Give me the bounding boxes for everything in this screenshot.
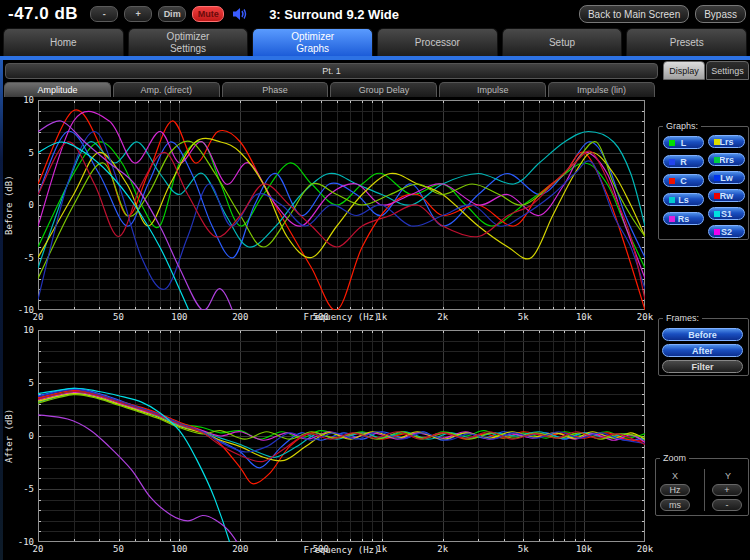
mute-button[interactable]: Mute (192, 6, 224, 22)
graph-tab-impulse-lin-[interactable]: Impulse (lin) (548, 82, 655, 97)
graph-type-tabs: AmplitudeAmp. (direct)PhaseGroup DelayIm… (4, 82, 655, 97)
zoom-ms-button[interactable]: ms (660, 499, 690, 511)
channel-label: S2 (721, 227, 732, 237)
nav-tab-setup[interactable]: Setup (502, 28, 623, 56)
y-tick-label: 5 (8, 378, 34, 388)
channel-label: Lw (720, 173, 733, 183)
graph-tab-phase[interactable]: Phase (222, 82, 329, 97)
y-tick-label: -10 (8, 305, 34, 315)
before-graph-canvas[interactable] (38, 100, 645, 310)
x-tick-label: 1k (362, 544, 402, 554)
channel-button-lrs[interactable]: Lrs (708, 135, 745, 148)
y-tick-label: -5 (8, 484, 34, 494)
x-tick-label: 10k (564, 544, 604, 554)
volume-plus-button[interactable]: + (124, 6, 152, 22)
channel-swatch-ls (669, 197, 675, 203)
channel-swatch-lw (714, 175, 720, 181)
channel-button-rw[interactable]: Rw (708, 189, 745, 202)
x-tick-label: 2k (423, 544, 463, 554)
zoom-y-label: Y (725, 471, 731, 481)
tab-settings[interactable]: Settings (706, 61, 749, 80)
volume-display: -47.0 dB (8, 4, 78, 24)
x-tick-label: 500 (301, 312, 341, 322)
frame-button-after[interactable]: After (662, 344, 743, 357)
x-tick-label: 20k (625, 544, 665, 554)
y-tick-label: -5 (8, 253, 34, 263)
zoom-panel-label: Zoom (660, 453, 689, 463)
channel-label: S1 (721, 209, 732, 219)
back-to-main-screen-button[interactable]: Back to Main Screen (579, 5, 689, 23)
measurement-point-bar[interactable]: Pt. 1 (5, 63, 658, 79)
frame-button-filter[interactable]: Filter (662, 360, 743, 373)
active-tab-underline (0, 56, 750, 60)
volume-minus-button[interactable]: - (90, 6, 118, 22)
y-tick-label: 10 (8, 325, 34, 335)
speaker-icon[interactable] (232, 7, 249, 21)
after-graph-canvas[interactable] (38, 330, 645, 542)
channel-swatch-rs (669, 216, 675, 222)
channel-label: Lrs (719, 137, 733, 147)
frame-button-before[interactable]: Before (662, 328, 743, 341)
channel-swatch-s2 (714, 229, 720, 235)
x-tick-label: 50 (99, 544, 139, 554)
channel-label: R (680, 157, 687, 167)
x-tick-label: 1k (362, 312, 402, 322)
x-tick-label: 100 (159, 312, 199, 322)
channel-swatch-rrs (714, 157, 720, 163)
x-tick-label: 5k (503, 544, 543, 554)
channel-button-lw[interactable]: Lw (708, 171, 745, 184)
channel-swatch-r (669, 159, 675, 165)
zoom-panel: Zoom X Y Hz ms + - (655, 458, 749, 516)
zoom-hz-button[interactable]: Hz (660, 484, 690, 496)
nav-tab-home[interactable]: Home (3, 28, 124, 56)
y-tick-label: 5 (8, 148, 34, 158)
channel-label: Rs (678, 214, 690, 224)
y-tick-label: 10 (8, 95, 34, 105)
channel-button-s1[interactable]: S1 (708, 207, 745, 220)
graphs-panel-label: Graphs: (663, 121, 701, 131)
top-bar: -47.0 dB - + Dim Mute 3: Surround 9.2 Wi… (0, 0, 750, 28)
tab-display[interactable]: Display (663, 61, 705, 80)
nav-tab-optimizer-graphs[interactable]: Optimizer Graphs (252, 28, 373, 56)
bypass-button[interactable]: Bypass (695, 5, 746, 23)
channel-label: L (681, 138, 687, 148)
x-tick-label: 100 (159, 544, 199, 554)
x-tick-label: 200 (220, 544, 260, 554)
dim-button[interactable]: Dim (158, 6, 186, 22)
x-tick-label: 10k (564, 312, 604, 322)
graph-tab-amp-direct-[interactable]: Amp. (direct) (113, 82, 220, 97)
channel-button-l[interactable]: L (663, 136, 704, 149)
channel-button-rrs[interactable]: Rrs (708, 153, 745, 166)
nav-tab-presets[interactable]: Presets (626, 28, 747, 56)
graph-tab-impulse[interactable]: Impulse (439, 82, 546, 97)
graphs-panel: Graphs: LRCLsRs LrsRrsLwRwS1S2 (658, 126, 749, 240)
channel-label: Rrs (719, 155, 734, 165)
channel-swatch-rw (714, 193, 720, 199)
channel-button-rs[interactable]: Rs (663, 212, 704, 225)
nav-tab-optimizer-settings[interactable]: Optimizer Settings (128, 28, 249, 56)
zoom-divider (704, 469, 705, 511)
graph-tab-group-delay[interactable]: Group Delay (330, 82, 437, 97)
channel-swatch-lrs (714, 139, 720, 145)
channel-swatch-c (669, 178, 675, 184)
channel-swatch-l (669, 140, 675, 146)
channel-button-r[interactable]: R (663, 155, 704, 168)
channel-button-c[interactable]: C (663, 174, 704, 187)
channel-button-s2[interactable]: S2 (708, 225, 745, 238)
x-tick-label: 5k (503, 312, 543, 322)
app-window: -47.0 dB - + Dim Mute 3: Surround 9.2 Wi… (0, 0, 750, 560)
zoom-x-label: X (672, 471, 678, 481)
zoom-y-minus-button[interactable]: - (712, 499, 742, 511)
zoom-y-plus-button[interactable]: + (712, 484, 742, 496)
y-tick-label: 0 (8, 200, 34, 210)
channel-label: Ls (678, 195, 689, 205)
frames-panel: Frames: BeforeAfterFilter (658, 318, 749, 376)
frames-panel-label: Frames: (663, 313, 702, 323)
nav-tab-processor[interactable]: Processor (377, 28, 498, 56)
main-nav-tabs: HomeOptimizer SettingsOptimizer GraphsPr… (0, 28, 750, 56)
preset-title: 3: Surround 9.2 Wide (269, 7, 399, 22)
y-tick-label: -10 (8, 537, 34, 547)
channel-button-ls[interactable]: Ls (663, 193, 704, 206)
x-tick-label: 500 (301, 544, 341, 554)
x-tick-label: 200 (220, 312, 260, 322)
